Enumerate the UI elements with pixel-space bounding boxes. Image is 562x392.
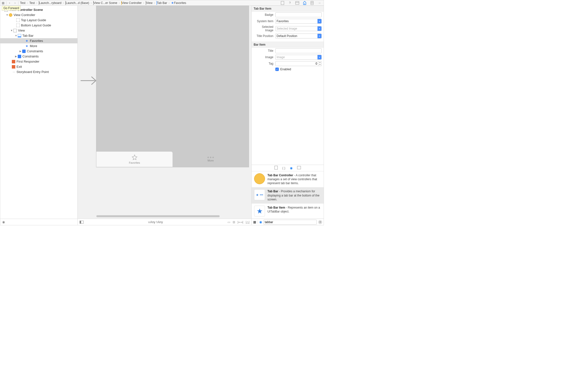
tree-row-constraints[interactable]: ▶ Constraints <box>0 49 77 54</box>
chevron-updown-icon: ▾ <box>317 19 321 23</box>
chevron-updown-icon: ▾ <box>317 34 321 38</box>
title-position-label: Title Position <box>254 34 275 38</box>
tree-row-constraints[interactable]: ▶ Constraints <box>0 54 77 59</box>
object-library-icon[interactable]: ◉ <box>290 166 293 170</box>
breadcrumb-item[interactable]: Launch...ryboard <box>38 1 62 5</box>
tag-field[interactable] <box>275 61 318 66</box>
tag-stepper[interactable]: ▲▼ <box>318 61 322 66</box>
svg-rect-1 <box>296 1 299 4</box>
connections-inspector-icon[interactable]: → <box>317 1 322 5</box>
enabled-label: Enabled <box>280 68 291 71</box>
tab-more-label: More <box>208 159 214 162</box>
image-select[interactable]: Image▾ <box>275 55 322 60</box>
title-label: Title <box>254 49 275 53</box>
media-library-icon[interactable] <box>297 166 301 170</box>
tab-bar-controller-icon <box>254 173 265 184</box>
breadcrumb-item[interactable]: Tab Bar <box>156 1 168 5</box>
tree-row-viewcontroller[interactable]: ▼ View Controller <box>0 12 77 18</box>
tree-row-bottom-guide[interactable]: · Bottom Layout Guide <box>0 23 77 28</box>
help-inspector-icon[interactable]: ? <box>288 1 292 5</box>
system-item-label: System Item <box>254 19 275 23</box>
system-item-select[interactable]: Favorites▾ <box>275 19 322 24</box>
section-tab-bar-item: Tab Bar Item <box>252 6 324 12</box>
size-inspector-icon[interactable] <box>310 1 314 5</box>
breadcrumb-item[interactable]: View C...er Scene <box>92 1 118 5</box>
document-outline: ▼ View Controller Scene ▼ View Controlle… <box>0 6 78 225</box>
selected-image-label: Selected Image <box>254 25 275 32</box>
go-forward-tooltip: Go Forward <box>2 6 21 11</box>
inspector-panel: Tab Bar Item Badge System Item Favorites… <box>251 6 324 225</box>
code-snippet-library-icon[interactable]: { } <box>282 166 285 170</box>
filter-icon: ◉ <box>2 220 5 224</box>
breadcrumb-item[interactable]: Launch...d (Base) <box>64 1 90 5</box>
title-field[interactable] <box>275 48 322 53</box>
breadcrumb-item[interactable]: View Controller <box>120 1 143 5</box>
chevron-updown-icon: ▾ <box>317 26 321 31</box>
toggle-outline-icon[interactable] <box>80 221 84 224</box>
size-class-control[interactable]: wAny hAny <box>84 220 228 224</box>
breadcrumb-item[interactable]: ★Favorites <box>170 1 187 5</box>
badge-label: Badge <box>254 13 275 17</box>
breadcrumb: Test› Test› Launch...ryboard› Launch...d… <box>19 0 187 5</box>
library-search-field[interactable] <box>263 220 317 225</box>
tree-row-first-responder[interactable]: · First Responder <box>0 59 77 64</box>
enabled-checkbox[interactable]: ✓ <box>275 68 279 71</box>
svg-rect-0 <box>281 1 284 5</box>
object-library: { } ◉ Tab Bar Controller - A controller … <box>252 165 324 225</box>
canvas-area[interactable]: Favorites More <box>78 6 251 219</box>
library-view-mode-icon[interactable]: ▦ <box>253 220 256 224</box>
svg-rect-4 <box>311 1 313 5</box>
badge-field[interactable] <box>275 12 322 17</box>
related-items-icon[interactable]: ▦ <box>0 0 6 5</box>
image-label: Image <box>254 55 275 59</box>
library-item[interactable]: ★ ••• Tab Bar - Provides a mechanism for… <box>252 187 324 204</box>
device-tabbar: Favorites More <box>96 152 249 167</box>
star-icon <box>132 154 138 160</box>
breadcrumb-item[interactable]: Test <box>19 1 26 5</box>
more-dots-icon <box>208 157 214 158</box>
title-position-select[interactable]: Default Position▾ <box>275 34 322 38</box>
jump-bar: ▦ ‹ › Test› Test› Launch...ryboard› Laun… <box>0 0 324 6</box>
resolve-issues-icon[interactable]: |⟷| <box>238 220 243 224</box>
chevron-updown-icon: ▾ <box>317 55 321 59</box>
library-scope-icon[interactable]: ◉ <box>259 220 262 224</box>
identity-inspector-icon[interactable] <box>295 1 299 5</box>
breadcrumb-item[interactable]: Test <box>28 1 36 5</box>
file-template-library-icon[interactable] <box>274 166 278 170</box>
tab-favorites[interactable]: Favorites <box>96 152 173 167</box>
library-item[interactable]: ★ Tab Bar Item - Represents an item on a… <box>252 204 324 219</box>
align-icon[interactable]: ▭ <box>228 220 230 224</box>
nav-forward-icon[interactable]: › <box>12 0 18 5</box>
attributes-inspector-icon[interactable] <box>302 1 307 5</box>
tree-row-exit[interactable]: · Exit <box>0 64 77 69</box>
svg-rect-9 <box>297 166 301 169</box>
device-frame[interactable]: Favorites More <box>96 6 249 167</box>
tree-row-more[interactable]: ·★ More <box>0 43 77 49</box>
canvas-horizontal-scrollbar[interactable] <box>96 215 220 217</box>
resize-behavior-icon[interactable]: |△| <box>246 220 249 224</box>
entry-point-arrow-icon <box>80 75 98 87</box>
breadcrumb-item[interactable]: View <box>145 1 154 5</box>
tree-row-entry-point[interactable]: ·→ Storyboard Entry Point <box>0 69 77 74</box>
tree-row-top-guide[interactable]: · Top Layout Guide <box>0 18 77 23</box>
svg-rect-8 <box>275 166 278 169</box>
nav-back-icon[interactable]: ‹ <box>7 0 12 5</box>
tree-row-favorites[interactable]: ·★ Favorites <box>0 38 77 43</box>
inspector-tabs: ? → <box>280 1 324 5</box>
clear-search-icon[interactable]: ✕ <box>318 220 322 224</box>
canvas-footer: wAny hAny ▭ ⊟ |⟷| |△| <box>78 219 251 225</box>
selected-image-select[interactable]: Selected Image▾ <box>275 26 322 31</box>
tag-label: Tag <box>254 62 275 65</box>
file-inspector-icon[interactable] <box>280 1 285 5</box>
tree-row-view[interactable]: ▼ View <box>0 28 77 33</box>
tab-favorites-label: Favorites <box>129 161 140 164</box>
outline-filter-bar[interactable]: ◉ <box>0 219 77 225</box>
section-bar-item: Bar Item <box>252 42 324 48</box>
tree-row-tabbar[interactable]: ▼ Tab Bar <box>0 33 77 38</box>
library-item[interactable]: Tab Bar Controller - A controller that m… <box>252 171 324 188</box>
pin-icon[interactable]: ⊟ <box>233 220 235 224</box>
tab-more[interactable]: More <box>173 152 249 167</box>
tab-bar-icon: ★ ••• <box>254 189 265 200</box>
canvas: Favorites More wAny hAny ▭ <box>78 6 251 225</box>
tab-bar-item-icon: ★ <box>254 206 265 216</box>
